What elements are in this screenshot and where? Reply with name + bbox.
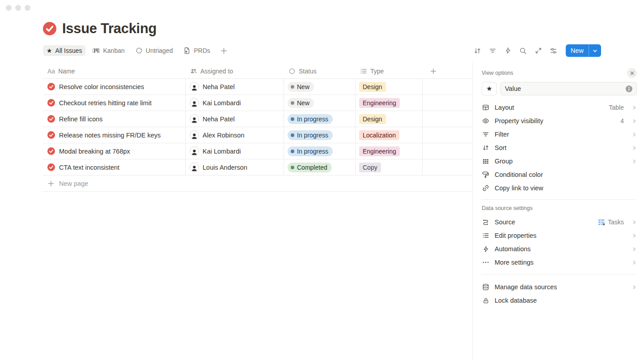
cell-status[interactable]: In progress [284,143,356,159]
view-name-input[interactable]: Value [500,82,637,95]
cell-type[interactable]: Design [356,79,423,94]
menu-item-filter[interactable]: Filter [482,128,637,141]
search-icon[interactable] [517,45,529,56]
cell-assigned-to[interactable]: Alex Robinson [186,127,284,143]
filter-lines-icon[interactable] [487,45,499,56]
menu-item-source[interactable]: Source Tasks [482,215,637,229]
cell-assigned-to[interactable]: Neha Patel [186,111,284,127]
column-label: Status [299,68,317,75]
info-icon[interactable] [626,86,632,92]
menu-item-property-visibility[interactable]: Property visibility 4 [482,114,637,128]
cell-empty[interactable] [423,79,472,94]
chevron-right-icon [632,260,637,265]
cell-assigned-to[interactable]: Kai Lombardi [186,143,284,159]
cell-type[interactable]: Engineering [356,143,423,159]
status-label: In progress [297,132,328,139]
tab-prds[interactable]: PRDs [180,45,214,56]
menu-label: Source [495,219,593,226]
column-header-type[interactable]: Type [356,64,423,78]
check-circle-icon [47,83,55,90]
menu-item-more-settings[interactable]: More settings [482,256,637,269]
tab-all-issues[interactable]: ★ All Issues [43,45,85,56]
zoom-button[interactable] [25,5,30,11]
cell-type[interactable]: Design [356,111,423,127]
column-label: Name [58,68,75,75]
cell-empty[interactable] [423,143,472,159]
menu-item-automations[interactable]: Automations [482,242,637,256]
cell-name[interactable]: CTA text inconsistent [43,159,186,175]
tab-label: Kanban [103,47,124,54]
tab-kanban[interactable]: Kanban [89,45,128,56]
add-property-button[interactable] [423,64,472,78]
cell-status[interactable]: New [284,95,356,111]
new-page-label: New page [59,180,88,187]
chevron-right-icon [632,119,637,124]
issue-title: CTA text inconsistent [59,164,119,171]
cell-assigned-to[interactable]: Kai Lombardi [186,95,284,111]
cell-type[interactable]: Copy [356,159,423,175]
new-page-row[interactable]: New page [43,176,472,192]
automations-icon[interactable] [502,45,514,56]
cell-type[interactable]: Engineering [356,95,423,111]
close-icon[interactable] [627,68,637,78]
cell-status[interactable]: In progress [284,127,356,143]
database-icon [482,283,490,291]
more-dots-icon [482,259,490,266]
plus-icon [47,180,55,187]
chevron-right-icon [632,132,637,137]
tab-untriaged[interactable]: Untriaged [132,45,177,56]
cell-name[interactable]: Checkout retries hitting rate limit [43,95,186,111]
cell-status[interactable]: In progress [284,111,356,127]
close-button[interactable] [6,5,12,11]
add-view-button[interactable] [217,45,230,56]
cell-empty[interactable] [423,111,472,127]
cell-status[interactable]: New [284,79,356,94]
cell-assigned-to[interactable]: Neha Patel [186,79,284,94]
menu-item-layout[interactable]: Layout Table [482,101,637,114]
column-header-status[interactable]: Status [284,64,356,78]
menu-item-lock-database[interactable]: Lock database [482,294,637,307]
cell-name[interactable]: Refine fill icons [43,111,186,127]
cell-name[interactable]: Release notes missing FR/DE keys [43,127,186,143]
status-dot [291,117,294,121]
cell-name[interactable]: Modal breaking at 768px [43,143,186,159]
chevron-right-icon [632,159,637,164]
cell-empty[interactable] [423,95,472,111]
table-row: Refine fill icons Neha Patel In progress… [43,111,472,127]
status-label: New [297,99,309,107]
menu-label: Property visibility [495,117,615,124]
expand-icon[interactable] [533,45,544,56]
view-icon-button[interactable]: ★ [482,82,497,95]
type-badge: Copy [359,163,381,172]
new-dropdown-button[interactable] [589,44,601,57]
new-button[interactable]: New [566,47,589,54]
menu-item-group[interactable]: Group [482,154,637,168]
cell-empty[interactable] [423,159,472,175]
menu-label: Edit properties [495,232,624,239]
cell-type[interactable]: Localization [356,127,423,143]
column-label: Type [370,68,384,75]
cell-assigned-to[interactable]: Louis Anderson [186,159,284,175]
menu-item-sort[interactable]: Sort [482,141,637,154]
sort-icon[interactable] [472,45,483,56]
menu-item-conditional-color[interactable]: Conditional color [482,168,637,181]
menu-label: Filter [495,131,624,138]
minimize-button[interactable] [15,5,21,11]
settings-sliders-icon[interactable] [548,45,559,56]
column-header-assigned-to[interactable]: Assigned to [186,64,284,78]
check-circle-icon[interactable] [43,22,56,35]
cell-empty[interactable] [423,127,472,143]
tabs-row: ★ All Issues Kanban Untriaged PRDs [43,44,601,57]
page-title[interactable]: Issue Tracking [62,21,157,37]
menu-value: Table [609,104,624,111]
status-dot [291,85,294,89]
assignee-name: Neha Patel [203,83,235,90]
column-header-name[interactable]: Aa Name [43,64,186,78]
menu-item-copy-link-to-view[interactable]: Copy link to view [482,181,637,195]
view-toolbar: New [472,44,601,57]
window-controls [6,5,30,11]
menu-item-edit-properties[interactable]: Edit properties [482,229,637,242]
cell-status[interactable]: Completed [284,159,356,175]
menu-item-manage-data-sources[interactable]: Manage data sources [482,280,637,294]
cell-name[interactable]: Resolve color inconsistencies [43,79,186,94]
